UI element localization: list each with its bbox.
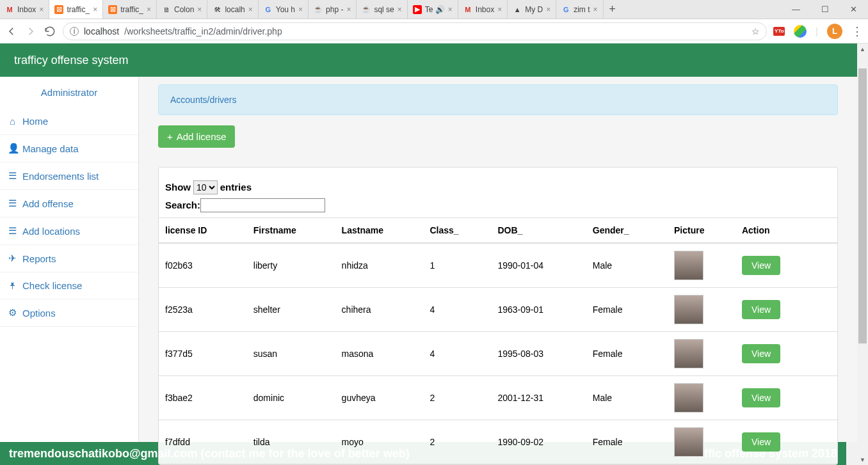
view-button[interactable]: View [742, 432, 780, 452]
sidebar-item-label: Endorsements list [22, 171, 99, 182]
length-label-pre: Show [165, 182, 191, 193]
tab-close-icon[interactable]: × [593, 5, 598, 14]
table-row: f3bae2dominicguvheya22001-12-31MaleView [159, 376, 837, 420]
sidebar-item[interactable]: ⚙Options [0, 299, 138, 327]
table-cell: 1 [423, 243, 491, 288]
tab-close-icon[interactable]: × [248, 5, 253, 14]
app-title: trafficy offense system [14, 54, 128, 67]
browser-tab[interactable]: ⊠traffic_× [103, 0, 157, 19]
scroll-up-icon[interactable]: ▲ [857, 43, 868, 54]
tab-close-icon[interactable]: × [93, 5, 97, 14]
tab-close-icon[interactable]: × [39, 5, 44, 14]
tab-close-icon[interactable]: × [546, 5, 551, 14]
site-info-icon[interactable]: i [70, 27, 79, 36]
vertical-scrollbar[interactable]: ▲ ▼ [857, 43, 868, 465]
close-window-button[interactable]: ✕ [839, 0, 868, 19]
back-button[interactable] [5, 25, 18, 38]
reload-button[interactable] [44, 25, 56, 38]
action-cell: View [735, 376, 837, 420]
tab-close-icon[interactable]: × [497, 5, 502, 14]
table-cell: moyo [335, 420, 424, 464]
url-field[interactable]: i localhost/worksheets/traffic_in2/admin… [63, 22, 767, 40]
bookmark-star-icon[interactable]: ☆ [751, 26, 760, 36]
sidebar-item[interactable]: ✈Reports [0, 245, 138, 272]
browser-tab[interactable]: ☕sql se× [357, 0, 407, 19]
tab-close-icon[interactable]: × [298, 5, 303, 14]
sidebar-item[interactable]: 👤Manage data [0, 135, 138, 162]
sidebar-item[interactable]: ☰Add offense [0, 190, 138, 217]
tab-close-icon[interactable]: × [346, 5, 351, 14]
browser-tab[interactable]: GYou h× [259, 0, 309, 19]
length-select[interactable]: 10 [193, 180, 218, 194]
tab-favicon: ⊠ [54, 5, 63, 14]
add-license-button[interactable]: + Add license [158, 125, 235, 148]
data-table-panel: Show 10 entries Search: license IDFirstn… [158, 167, 838, 465]
length-label-post: entries [220, 182, 252, 193]
column-header[interactable]: Gender_ [586, 218, 668, 244]
add-license-label: Add license [177, 131, 227, 142]
search-input[interactable] [200, 198, 325, 212]
browser-menu-icon[interactable]: ⋮ [851, 24, 863, 38]
tab-close-icon[interactable]: × [398, 5, 402, 14]
tab-title: Inbox [17, 5, 36, 14]
column-header[interactable]: Picture [668, 218, 735, 244]
separator: | [816, 26, 818, 36]
table-row: f377d5susanmasona41995-08-03FemaleView [159, 332, 837, 376]
tab-close-icon[interactable]: × [197, 5, 202, 14]
column-header[interactable]: Class_ [423, 218, 491, 244]
picture-cell [668, 420, 735, 464]
view-button[interactable]: View [742, 344, 780, 363]
picture-cell [668, 332, 735, 376]
browser-tab[interactable]: MInbox× [0, 0, 49, 19]
tab-close-icon[interactable]: × [147, 5, 151, 14]
view-button[interactable]: View [742, 300, 780, 319]
url-path: /worksheets/traffic_in2/admin/driver.php [124, 26, 282, 36]
column-header[interactable]: license ID [159, 218, 247, 244]
sidebar-item[interactable]: ☰Endorsements list [0, 162, 138, 190]
tab-title: traffic_ [120, 5, 143, 14]
view-button[interactable]: View [742, 388, 780, 407]
sidebar-item-icon: ☰ [8, 198, 17, 209]
sidebar-item[interactable]: ☰Add locations [0, 217, 138, 245]
minimize-button[interactable]: — [782, 0, 810, 19]
table-cell: f02b63 [159, 243, 247, 288]
scroll-thumb[interactable] [858, 68, 867, 343]
tab-close-icon[interactable]: × [448, 5, 453, 14]
column-header[interactable]: Firstname [247, 218, 335, 244]
sidebar-item-icon: ☰ [8, 225, 17, 237]
maximize-button[interactable]: ☐ [810, 0, 839, 19]
sidebar-item[interactable]: ⌂Home [0, 108, 138, 135]
browser-tab[interactable]: MInbox× [458, 0, 508, 19]
extension-icon[interactable]: YTo [773, 27, 785, 36]
scroll-down-icon[interactable]: ▼ [857, 454, 868, 465]
table-cell: f7dfdd [159, 420, 247, 464]
table-cell: Female [586, 332, 668, 376]
sidebar-item-icon: ✈ [8, 253, 17, 264]
forward-button[interactable] [24, 25, 37, 38]
browser-tab[interactable]: ▲My D× [508, 0, 556, 19]
browser-tab[interactable]: ▶Te 🔊× [408, 0, 458, 19]
view-button[interactable]: View [742, 256, 780, 275]
new-tab-button[interactable]: + [604, 0, 622, 19]
browser-tab[interactable]: ☕php -× [309, 0, 357, 19]
main-content: Accounts/drivers + Add license Show 10 e… [139, 77, 857, 442]
profile-avatar[interactable]: L [827, 24, 842, 39]
table-cell: masona [335, 332, 424, 376]
browser-tab[interactable]: 🗎Colon× [157, 0, 207, 19]
column-header[interactable]: Lastname [335, 218, 424, 244]
tab-favicon: ☕ [314, 5, 323, 14]
extension-globe-icon[interactable] [794, 25, 807, 38]
browser-tab[interactable]: ⊠traffic_× [49, 0, 103, 19]
column-header[interactable]: DOB_ [491, 218, 586, 244]
table-row: f2523ashelterchihera41963-09-01FemaleVie… [159, 288, 837, 332]
browser-tab[interactable]: Gzim t× [556, 0, 603, 19]
tab-favicon: ⊠ [108, 5, 117, 14]
tab-favicon: ▶ [413, 5, 422, 14]
sidebar-item[interactable]: 🖈Check license [0, 272, 138, 299]
tab-favicon: ☕ [362, 5, 371, 14]
tab-title: traffic_ [67, 5, 90, 14]
search-label: Search: [165, 200, 200, 210]
picture-cell [668, 288, 735, 332]
browser-tab[interactable]: 🛠localh× [207, 0, 258, 19]
column-header[interactable]: Action [735, 218, 837, 244]
